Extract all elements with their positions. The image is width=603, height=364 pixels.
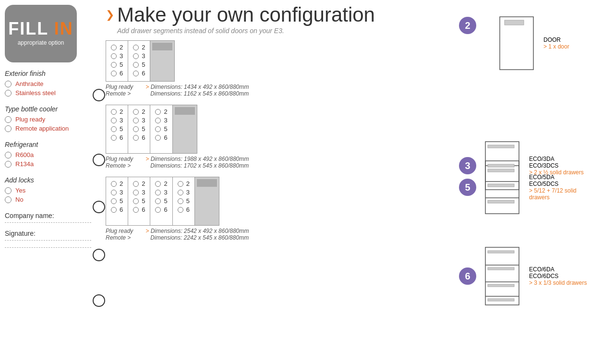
big-radio-type[interactable] [93,154,105,166]
refrigerant-r600a[interactable]: R600a [5,151,101,158]
exterior-anthracite-label: Anthracite [15,80,44,87]
big-radio-exterior[interactable] [93,89,105,101]
diagram-2: DOOR > 1 x door [459,14,598,72]
locks-no[interactable]: No [5,196,101,203]
svg-rect-11 [488,200,514,203]
config-col-2c: 2 3 5 6 [150,105,172,153]
type-remote-radio[interactable] [5,125,12,132]
type-title: Type bottle cooler [5,105,101,113]
drawers4-diagram [483,245,521,307]
remote-dim-2: Dimensions: 1702 x 545 x 860/880mm [150,162,249,169]
exterior-anthracite-radio[interactable] [5,81,12,87]
refrigerant-r134a-label: R134a [15,160,34,168]
config-radio-2[interactable]: 2 [111,44,123,51]
header-subtitle: Add drawer segments instead of solid doo… [117,27,375,35]
fill-in-badge: FILL IN appropriate option [5,5,77,62]
plug-ready-label: Plug ready [106,84,144,90]
shade-handle-3 [197,179,217,187]
config-radio-3b[interactable]: 3 [133,52,145,60]
drawers3-desc: > 5/12 + 7/12 solid drawers [529,187,598,201]
svg-rect-15 [488,267,514,270]
exterior-anthracite[interactable]: Anthracite [5,80,101,87]
type-plug-radio[interactable] [5,116,12,123]
dim-text-3: Plug ready > Dimensions: 2542 x 492 x 86… [106,228,598,241]
number-badge-5: 5 [459,179,476,196]
exterior-stainless-label: Stainless steel [15,89,56,97]
config-shaded-3 [195,177,219,225]
config-col-3b: 2 3 5 6 [128,177,150,225]
locks-yes-label: Yes [15,187,25,194]
config-shaded-2 [173,105,197,153]
exterior-stainless[interactable]: Stainless steel [5,89,101,97]
appropriate-text: appropriate option [18,39,64,47]
config-col-3a: 2 3 5 6 [106,177,128,225]
type-plug-ready[interactable]: Plug ready [5,116,101,123]
config-col-3c: 2 3 5 6 [150,177,172,225]
drawers4-code2: ECO/6DCS [529,273,587,279]
plug-ready-dim: Dimensions: 1434 x 492 x 860/880mm [151,84,249,90]
exterior-stainless-radio[interactable] [5,90,12,97]
number-badge-6: 6 [459,267,476,285]
config-table-3col: 2 3 5 6 2 3 5 6 2 3 5 6 [106,105,197,154]
right-panel: DOOR > 1 x door 2 3 ECO/3DA ECO/3DCS > 2… [459,14,598,86]
number-badge-2: 2 [459,17,476,34]
svg-rect-19 [488,299,514,301]
door-diagram [497,14,536,72]
refrigerant-title: Refrigerant [5,141,101,148]
refrigerant-r134a-radio[interactable] [5,161,12,168]
exterior-title: Exterior finish [5,70,101,77]
svg-rect-6 [485,161,519,214]
svg-rect-1 [505,20,524,25]
fill-word: FILL [8,19,48,38]
refrigerant-r600a-radio[interactable] [5,152,12,158]
config-radio-6b[interactable]: 6 [133,70,145,77]
drawers3-code1: ECO/5DA [529,174,598,181]
refrigerant-r600a-label: R600a [15,151,34,158]
big-radio-refrigerant[interactable] [93,201,105,213]
locks-yes-radio[interactable] [5,187,12,194]
drawers4-desc: > 3 x 1/3 solid drawers [529,279,587,286]
company-label: Company name: [5,212,101,219]
locks-yes[interactable]: Yes [5,187,101,194]
plug-ready-dim-3: Dimensions: 2542 x 492 x 860/880mm [151,228,249,234]
header-title: Make your own configuration [117,5,375,25]
door-desc: > 1 x door [543,43,569,50]
config-radio-6[interactable]: 6 [111,70,123,77]
config-col-1b: 2 3 5 6 [128,41,150,81]
type-plug-label: Plug ready [15,116,45,123]
config-radio-3[interactable]: 3 [111,52,123,60]
svg-rect-17 [488,284,514,287]
signature-line2 [5,247,91,248]
type-remote[interactable]: Remote application [5,125,101,132]
refrigerant-r134a[interactable]: R134a [5,160,101,168]
shade-handle [152,43,172,50]
type-remote-label: Remote application [15,125,69,132]
left-panel: Exterior finish Anthracite Stainless ste… [5,70,101,255]
signature-label: Signature: [5,230,101,237]
company-line [5,222,91,223]
big-radio-company[interactable] [93,294,105,307]
drawers3-diagram [483,158,521,216]
config-col-3d: 2 3 5 6 [173,177,195,225]
shade-handle-2 [175,107,195,115]
drawers3-code2: ECO/5DCS [529,181,598,187]
config-table-2col: 2 3 5 6 2 3 5 6 [106,40,175,82]
drawers4-code1: ECO/6DA [529,266,587,273]
svg-rect-13 [488,251,514,253]
config-radio-5[interactable]: 5 [111,61,123,68]
config-radio-5b[interactable]: 5 [133,61,145,68]
remote-dim-3: Dimensions: 2242 x 545 x 860/880mm [150,234,249,241]
remote-label-1: Remote > [106,90,144,97]
config-col-2a: 2 3 5 6 [106,105,128,153]
door-code: DOOR [543,36,569,43]
in-word: IN [54,19,73,38]
config-shaded-1 [150,41,174,81]
config-radio-2b[interactable]: 2 [133,44,145,51]
diagram-6: 6 ECO/6DA ECO/6DCS > 3 x 1/3 solid drawe… [459,245,598,307]
remote-dim-1: Dimensions: 1162 x 545 x 860/880mm [150,90,249,97]
big-radio-locks[interactable] [93,249,105,261]
locks-no-radio[interactable] [5,196,12,203]
svg-rect-7 [488,164,514,167]
svg-rect-3 [488,145,514,148]
diagram-5: 5 ECO/5DA ECO/5DCS > 5/12 + 7/12 solid d… [459,158,598,216]
